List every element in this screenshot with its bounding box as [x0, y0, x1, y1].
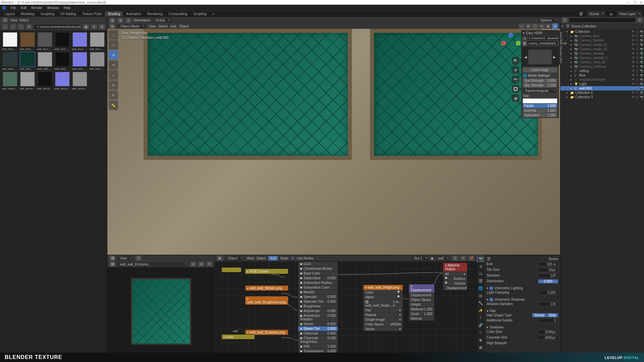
tab-scripting[interactable]: Scripting — [191, 12, 209, 16]
outliner-item[interactable]: ▸▽wall.000👁▢📷 — [560, 86, 644, 90]
mat-pin-icon[interactable]: 📌 — [468, 255, 474, 261]
node-input-a[interactable] — [221, 267, 241, 273]
tab-rendering[interactable]: Rendering — [145, 12, 165, 16]
n-panel-tabs[interactable]: Easy HDRI Tool Item View — [558, 31, 562, 65]
tab-scene-icon[interactable]: 🎬 — [477, 277, 485, 285]
fb-fwd-icon[interactable]: → — [10, 24, 16, 29]
img-new-icon[interactable]: 🗋 — [190, 261, 196, 267]
viewport-canvas[interactable] — [107, 29, 560, 255]
img-open-icon[interactable]: 🗀 — [198, 261, 204, 267]
tab-constraint-icon[interactable]: 🔗 — [477, 321, 485, 329]
thumbnail-item[interactable]: wall_floor_Me... — [54, 32, 70, 51]
load-image-button[interactable]: Load image — [523, 67, 557, 72]
node-metallic-tex[interactable]: ▸ wall_wall_Metalic.png — [245, 285, 288, 291]
mat-new-icon[interactable]: 🗋 — [452, 255, 458, 261]
thumbnail-item[interactable]: wall_window_... — [37, 72, 53, 90]
viewport-3d[interactable]: ▤ ✥ ⤧ Orientation: Global Options ▤ Obje… — [107, 17, 560, 255]
tool-scale[interactable]: ⤢ — [109, 70, 118, 80]
sun-strength-value[interactable]: 0.000 — [547, 79, 556, 82]
vol-lighting-checkbox[interactable] — [490, 287, 493, 290]
vp-editor-type-icon[interactable]: ▤ — [109, 18, 115, 23]
img-menu-icon[interactable]: ☰ — [136, 255, 142, 261]
material-name-field[interactable]: wall — [436, 256, 450, 261]
tab-shading[interactable]: Shading — [105, 11, 123, 16]
tab-viewlayer-icon[interactable]: 🗂 — [477, 270, 485, 277]
hair-strip-button[interactable]: Strip — [546, 313, 558, 317]
tab-output-icon[interactable]: 🖨 — [477, 262, 485, 270]
menu-file[interactable]: File — [9, 6, 18, 10]
fb-back-icon[interactable]: ← — [2, 24, 8, 29]
sky-strength-value[interactable]: 1.200 — [547, 83, 556, 87]
tint-color-swatch[interactable] — [523, 99, 557, 103]
tab-sculpting[interactable]: Sculpting — [38, 12, 57, 16]
node-roughness-tex[interactable]: ▸ wall_wall_Roughness.png — [245, 296, 288, 305]
thumbnail-item[interactable]: wall_wall_Hei... — [37, 52, 53, 70]
end-value[interactable]: 100 m — [538, 262, 558, 266]
outliner-item[interactable]: ▸📷Camera_inside_02👁▢📷 — [560, 47, 644, 51]
camera-view-icon[interactable]: 📷 — [512, 76, 519, 83]
node-select-menu[interactable]: Select — [256, 256, 266, 260]
editor-type-icon[interactable]: 🗀 — [2, 17, 8, 23]
tab-texture-icon[interactable]: ▦ — [477, 344, 485, 351]
tool-transform[interactable]: ⤧ — [109, 80, 118, 90]
tab-modeling[interactable]: Modeling — [18, 12, 37, 16]
outliner-item[interactable]: ▸▽ceiling👁▢📷 — [560, 69, 644, 73]
vp-add-menu[interactable]: Add — [170, 24, 176, 28]
thumbnail-item[interactable]: wall_floor_Ba... — [19, 32, 36, 51]
vp-select-menu[interactable]: Select — [158, 24, 168, 28]
shading-matprev-icon[interactable]: ◐ — [545, 23, 551, 29]
outliner-item[interactable]: ▸📷Camera_outside_1👁▢📷 — [560, 56, 644, 60]
node-editor-type-icon[interactable]: ◉ — [217, 255, 223, 261]
mode-dropdown[interactable]: Object Mode — [118, 24, 146, 29]
outliner-item[interactable]: ▸▽floor👁▢📷 — [560, 73, 644, 77]
gizmo-z-axis[interactable]: Z — [508, 33, 513, 38]
menu-help[interactable]: Help — [62, 6, 73, 10]
shading-wire-icon[interactable]: ◯ — [532, 23, 538, 29]
use-nodes-checkbox[interactable]: Use Nodes — [297, 256, 313, 260]
node-view-menu[interactable]: View — [247, 256, 254, 260]
samples-value[interactable]: 128 — [538, 274, 558, 278]
thumbnail-item[interactable]: wall_wall_Me... — [54, 52, 70, 70]
node-displacement[interactable]: ▾ Displacement DisplacementObject SpaceH… — [409, 284, 435, 321]
orientation-dropdown[interactable]: Global — [153, 18, 171, 23]
thumbnail-item[interactable]: wall_window_... — [2, 72, 18, 90]
node-node-menu[interactable]: Node — [280, 256, 288, 260]
next-hdri-icon[interactable]: ▶ — [553, 55, 556, 59]
fb-view-menu[interactable]: View — [10, 18, 17, 22]
outliner-item[interactable]: ▸📷Camera_zoomout👁▢📷 — [560, 64, 644, 69]
viewlayer-dropdown[interactable]: View Layer — [617, 11, 642, 16]
fb-filter-icon[interactable]: ▾ — [91, 24, 97, 29]
tool-select[interactable]: ▭ — [109, 40, 118, 50]
thumbnail-item[interactable]: wall_floor_Ro... — [89, 32, 105, 51]
image-canvas[interactable] — [107, 267, 214, 355]
outliner-item[interactable]: ▸📷Camera_inside_01👁▢📷 — [560, 43, 644, 47]
thumbnail-item[interactable]: wall_floor_AO... — [2, 32, 18, 51]
fb-up-icon[interactable]: ↑ — [18, 24, 24, 29]
tab-data-icon[interactable]: ▽ — [477, 329, 485, 336]
tab-world-icon[interactable]: 🌐 — [477, 285, 485, 292]
tool-move[interactable]: ✥ — [109, 50, 118, 60]
gizmo-toggle-icon[interactable]: ⊕ — [525, 23, 531, 29]
menu-render[interactable]: Render — [29, 6, 44, 10]
tab-compositing[interactable]: Compositing — [166, 12, 190, 16]
gizmo-x-axis[interactable]: X — [501, 41, 506, 46]
outliner-type-icon[interactable]: ☰ — [562, 17, 568, 23]
outliner-item[interactable]: ▸📁Collection 2👁▢📷 — [560, 90, 644, 95]
outliner-item[interactable]: ▸📁Collection 3👁▢📷 — [560, 95, 644, 99]
overlay-toggle-icon[interactable]: ⬚ — [519, 23, 525, 29]
menu-window[interactable]: Window — [45, 6, 61, 10]
outliner-item[interactable]: ▸📷Camera_outside👁▢📷 — [560, 51, 644, 56]
outliner-item[interactable]: ▸💡Light👁▢📷 — [560, 82, 644, 86]
outliner-search[interactable] — [569, 18, 635, 22]
tool-rotate[interactable]: ⟲ — [109, 60, 118, 70]
mat-unlink-icon[interactable]: ✕ — [460, 255, 466, 261]
node-mode-dropdown[interactable]: Object — [225, 256, 244, 261]
tab-render-icon[interactable]: 📷 — [477, 255, 485, 262]
tool-cursor[interactable]: ⬚ — [109, 30, 118, 40]
dist-value[interactable]: 0.800 — [538, 279, 558, 284]
node-rgb-curves[interactable]: ▸ RGB Curves — [245, 268, 288, 274]
tab-uv[interactable]: UV Editing — [58, 12, 79, 16]
outliner-item[interactable]: ▸📷Camera_view_01👁▢📷 — [560, 60, 644, 64]
perspective-toggle-icon[interactable]: 🔳 — [512, 85, 519, 93]
thumbnail-item[interactable]: wall_wall_Nor... — [72, 52, 88, 70]
